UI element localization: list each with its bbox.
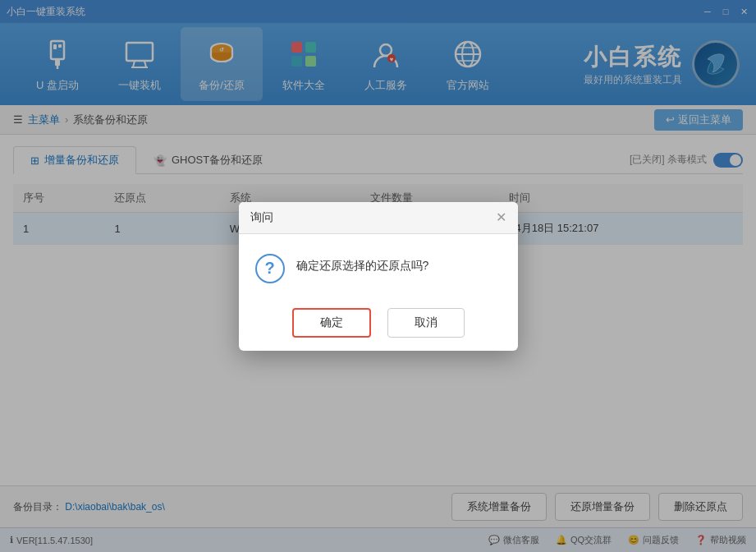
dialog-close-button[interactable]: ✕: [496, 211, 506, 224]
app-window: 小白一键重装系统 ─ □ ✕ U 盘启动: [0, 0, 756, 552]
dialog-overlay: 询问 ✕ ? 确定还原选择的还原点吗? 确定 取消: [0, 0, 756, 552]
dialog-title: 询问: [250, 210, 273, 225]
dialog-body: ? 确定还原选择的还原点吗?: [239, 234, 518, 300]
dialog-confirm-button[interactable]: 确定: [292, 308, 371, 338]
dialog-footer: 确定 取消: [239, 300, 518, 351]
dialog-title-bar: 询问 ✕: [239, 202, 518, 234]
dialog-question-icon: ?: [255, 254, 285, 283]
dialog-cancel-button[interactable]: 取消: [387, 308, 465, 338]
dialog: 询问 ✕ ? 确定还原选择的还原点吗? 确定 取消: [239, 202, 518, 351]
dialog-message: 确定还原选择的还原点吗?: [296, 254, 429, 274]
